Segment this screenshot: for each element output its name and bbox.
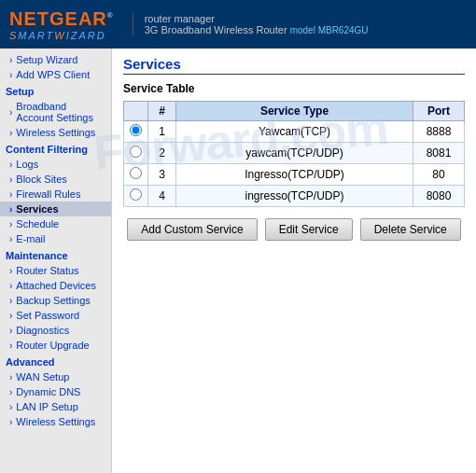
- setup-section-title: Setup: [0, 82, 111, 99]
- bullet-icon: ›: [9, 417, 12, 427]
- add-wps-link[interactable]: Add WPS Client: [16, 69, 90, 80]
- sidebar-item-dynamic-dns[interactable]: › Dynamic DNS: [0, 384, 111, 399]
- maintenance-title: Maintenance: [0, 246, 111, 263]
- service-table: # Service Type Port 1Yawcam(TCP)88882yaw…: [123, 101, 465, 207]
- setup-wizard-link[interactable]: Setup Wizard: [16, 54, 77, 65]
- bullet-icon: ›: [9, 160, 12, 170]
- sidebar-item-broadband[interactable]: › Broadband Account Settings: [0, 99, 111, 125]
- diagnostics-link[interactable]: Diagnostics: [16, 325, 69, 336]
- sidebar-item-setup-wizard[interactable]: › Setup Wizard: [0, 52, 111, 67]
- radio-cell[interactable]: [124, 121, 148, 143]
- sidebar-item-attached-devices[interactable]: › Attached Devices: [0, 278, 111, 293]
- router-upgrade-link[interactable]: Router Upgrade: [16, 340, 89, 351]
- radio-cell[interactable]: [124, 164, 148, 186]
- content-filtering-title: Content Filtering: [0, 140, 111, 157]
- bullet-icon: ›: [9, 311, 12, 321]
- sidebar-item-lan-ip-setup[interactable]: › LAN IP Setup: [0, 399, 111, 414]
- wireless-setup-link[interactable]: Wireless Settings: [16, 127, 95, 138]
- dynamic-dns-link[interactable]: Dynamic DNS: [16, 386, 80, 397]
- bullet-icon: ›: [9, 234, 12, 244]
- bullet-icon: ›: [9, 341, 12, 351]
- advanced-title: Advanced: [0, 353, 111, 369]
- delete-service-button[interactable]: Delete Service: [360, 218, 461, 241]
- backup-settings-link[interactable]: Backup Settings: [16, 295, 91, 306]
- sidebar-item-logs[interactable]: › Logs: [0, 157, 111, 172]
- service-port: 8080: [413, 186, 465, 207]
- block-sites-link[interactable]: Block Sites: [16, 174, 66, 185]
- sidebar-item-set-password[interactable]: › Set Password: [0, 308, 111, 323]
- broadband-link[interactable]: Broadband Account Settings: [16, 101, 105, 123]
- smartwizard-logo: SMARTWIZARD: [9, 30, 114, 41]
- logo-area: NETGEAR® SMARTWIZARD: [9, 8, 114, 41]
- services-label: Services: [16, 203, 58, 215]
- radio-cell[interactable]: [124, 143, 148, 164]
- bullet-icon: ›: [9, 189, 12, 200]
- logo-gear: GEAR: [49, 8, 107, 29]
- sidebar-item-block-sites[interactable]: › Block Sites: [0, 172, 111, 187]
- service-radio[interactable]: [130, 146, 142, 158]
- netgear-logo: NETGEAR®: [9, 8, 114, 30]
- attached-devices-link[interactable]: Attached Devices: [16, 280, 96, 291]
- select-header: [124, 102, 148, 121]
- sidebar-item-wireless-setup[interactable]: › Wireless Settings: [0, 125, 111, 140]
- lan-ip-setup-link[interactable]: LAN IP Setup: [16, 401, 77, 412]
- logs-link[interactable]: Logs: [16, 159, 38, 170]
- sidebar-item-firewall-rules[interactable]: › Firewall Rules: [0, 187, 111, 202]
- set-password-link[interactable]: Set Password: [16, 310, 79, 321]
- bullet-icon: ›: [9, 281, 12, 291]
- section-label: Service Table: [123, 82, 465, 95]
- router-info: router manager 3G Broadband Wireless Rou…: [133, 13, 369, 35]
- bullet-icon: ›: [9, 174, 12, 185]
- bullet-icon: ›: [9, 296, 12, 306]
- sidebar-item-wireless-advanced[interactable]: › Wireless Settings: [0, 414, 111, 429]
- service-radio[interactable]: [130, 124, 142, 136]
- firewall-rules-link[interactable]: Firewall Rules: [16, 188, 80, 200]
- router-label: router manager: [145, 13, 369, 24]
- sidebar-item-router-status[interactable]: › Router Status: [0, 263, 111, 278]
- page-title: Services: [123, 56, 465, 75]
- row-number: 4: [148, 186, 176, 207]
- bullet-icon: ›: [9, 372, 12, 383]
- bullet-icon: ›: [9, 387, 12, 397]
- edit-service-button[interactable]: Edit Service: [265, 218, 353, 241]
- add-custom-service-button[interactable]: Add Custom Service: [127, 218, 257, 241]
- wireless-advanced-link[interactable]: Wireless Settings: [16, 416, 95, 427]
- sidebar-item-services[interactable]: › Services: [0, 202, 111, 216]
- wan-setup-link[interactable]: WAN Setup: [16, 371, 69, 383]
- email-link[interactable]: E-mail: [16, 233, 45, 244]
- sidebar-item-email[interactable]: › E-mail: [0, 231, 111, 246]
- sidebar-item-router-upgrade[interactable]: › Router Upgrade: [0, 338, 111, 353]
- schedule-link[interactable]: Schedule: [16, 218, 59, 230]
- bullet-icon: ›: [9, 204, 12, 215]
- row-number: 3: [148, 164, 176, 186]
- sidebar-item-wan-setup[interactable]: › WAN Setup: [0, 369, 111, 384]
- sidebar: › Setup Wizard › Add WPS Client Setup › …: [0, 49, 112, 473]
- service-radio[interactable]: [130, 188, 142, 201]
- service-name: Ingresso(TCP/UDP): [176, 164, 413, 186]
- table-row: 2yawcam(TCP/UDP)8081: [124, 143, 465, 164]
- service-port: 8888: [413, 121, 465, 143]
- radio-cell[interactable]: [124, 186, 148, 207]
- num-header: #: [148, 102, 176, 121]
- bullet-icon: ›: [9, 402, 12, 412]
- router-status-link[interactable]: Router Status: [16, 265, 78, 276]
- buttons-row: Add Custom Service Edit Service Delete S…: [123, 218, 465, 241]
- sidebar-item-backup-settings[interactable]: › Backup Settings: [0, 293, 111, 308]
- service-name: yawcam(TCP/UDP): [176, 143, 413, 164]
- service-type-header: Service Type: [176, 102, 413, 121]
- row-number: 2: [148, 143, 176, 164]
- content-area: Services Service Table # Service Type Po…: [112, 49, 476, 473]
- bullet-icon: ›: [9, 326, 12, 336]
- bullet-icon: ›: [9, 70, 12, 80]
- service-radio[interactable]: [130, 167, 142, 179]
- service-name: Yawcam(TCP): [176, 121, 413, 143]
- sidebar-item-add-wps[interactable]: › Add WPS Client: [0, 67, 111, 82]
- sidebar-item-schedule[interactable]: › Schedule: [0, 216, 111, 231]
- table-row: 3Ingresso(TCP/UDP)80: [124, 164, 465, 186]
- sidebar-item-diagnostics[interactable]: › Diagnostics: [0, 323, 111, 338]
- bullet-icon: ›: [9, 266, 12, 276]
- service-port: 80: [413, 164, 465, 186]
- router-sub: 3G Broadband Wireless Router model MBR62…: [145, 24, 369, 35]
- header: NETGEAR® SMARTWIZARD router manager 3G B…: [0, 0, 476, 49]
- port-header: Port: [413, 102, 465, 121]
